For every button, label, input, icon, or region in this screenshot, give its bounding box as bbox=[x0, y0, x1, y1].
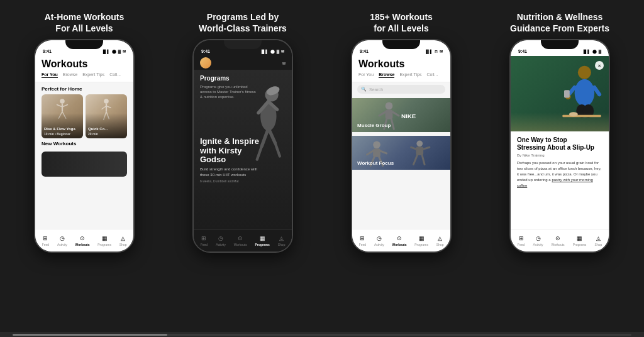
tab-for-you-1[interactable]: For You bbox=[42, 72, 58, 78]
feed-icon-4: ⊞ bbox=[518, 235, 525, 242]
tabs-row-3[interactable]: For You Browse Expert Tips Coll... bbox=[358, 72, 444, 78]
svg-line-32 bbox=[380, 151, 387, 153]
time-1: 9:41 bbox=[43, 49, 52, 53]
nav-programs-3[interactable]: ▦ Programs bbox=[414, 235, 428, 246]
phone4-notch bbox=[541, 40, 579, 49]
nav-feed-4[interactable]: ⊞ Feed bbox=[518, 235, 525, 246]
tab-browse-1[interactable]: Browse bbox=[63, 72, 77, 78]
table-bg bbox=[511, 113, 609, 131]
scrollbar-container[interactable] bbox=[0, 332, 644, 337]
mail-icon-2: ✉ bbox=[281, 49, 284, 53]
svg-line-44 bbox=[594, 87, 599, 94]
mail-icon-3: ✉ bbox=[440, 49, 443, 53]
section2-title: Programs Led by World-Class Trainers bbox=[199, 11, 287, 34]
scrollbar-thumb[interactable] bbox=[13, 334, 167, 336]
phone2-notch bbox=[224, 40, 262, 49]
workout-grid-1: Rise & Flow Yoga 10 min • Beginner bbox=[35, 94, 133, 138]
activity-icon-1: ◷ bbox=[58, 235, 66, 242]
svg-line-38 bbox=[411, 147, 416, 149]
nav-feed-2[interactable]: ⊞ Feed bbox=[200, 235, 208, 246]
search-bar-3[interactable]: 🔍 Search bbox=[357, 85, 445, 94]
wifi-icon-2: ⬤ bbox=[270, 49, 275, 53]
phone1-screen: 9:41 ▐▌▌ ⬤ ▓ ✉ Workouts For You Browse E… bbox=[35, 40, 133, 251]
feed-icon-3: ⊞ bbox=[358, 235, 366, 242]
tab-coll-3[interactable]: Coll... bbox=[426, 72, 438, 78]
article-body: Perhaps you passed on your usual grain b… bbox=[517, 160, 602, 189]
tab-expert-1[interactable]: Expert Tips bbox=[82, 72, 104, 78]
status-icons-2: ▐▌▌ ⬤ ▓ ✉ bbox=[260, 49, 284, 53]
phone4-screen: 9:41 ▐▌▌ ⬤ ▓ × bbox=[511, 40, 609, 251]
svg-line-11 bbox=[106, 112, 109, 119]
phone1-notch bbox=[65, 40, 103, 49]
status-icons-3: ▐▌▌ ⊓ ✉ bbox=[425, 49, 443, 53]
nav-shop-3[interactable]: ◬ Shop bbox=[436, 235, 444, 246]
workouts-title-3: Workouts bbox=[358, 58, 444, 70]
shop-icon-4: ◬ bbox=[594, 235, 602, 242]
svg-text:NIKE: NIKE bbox=[401, 113, 416, 119]
search-icon-3: 🔍 bbox=[361, 87, 367, 92]
nav-feed-3[interactable]: ⊞ Feed bbox=[358, 235, 366, 246]
nav-shop-1[interactable]: ◬ Shop bbox=[119, 235, 127, 246]
nav-workouts-4[interactable]: ⊙ Workouts bbox=[552, 235, 565, 246]
avatar-2 bbox=[200, 57, 211, 69]
workouts-title-1: Workouts bbox=[42, 58, 127, 70]
programs-icon-4: ▦ bbox=[575, 235, 583, 242]
battery-icon-4: ▓ bbox=[599, 50, 601, 53]
nav-programs-2[interactable]: ▦ Programs bbox=[255, 235, 270, 246]
tab-for-you-3[interactable]: For You bbox=[358, 72, 374, 78]
athlete-figure bbox=[238, 82, 292, 177]
section-browse: 185+ Workouts for All Levels 9:41 ▐▌▌ ⊓ … bbox=[325, 11, 478, 326]
nav-activity-2[interactable]: ◷ Activity bbox=[216, 235, 226, 246]
svg-line-4 bbox=[58, 112, 62, 119]
app-container: At-Home Workouts For All Levels 9:41 ▐▌▌… bbox=[0, 0, 644, 337]
quick-card[interactable]: Quick Co... 20 min bbox=[86, 94, 127, 138]
nav-feed-1[interactable]: ⊞ Feed bbox=[42, 235, 49, 246]
activity-icon-2: ◷ bbox=[217, 235, 225, 242]
new-workouts-card[interactable] bbox=[42, 152, 127, 177]
phone3-screen: 9:41 ▐▌▌ ⊓ ✉ Workouts For You Browse Exp… bbox=[352, 40, 450, 251]
yoga-card[interactable]: Rise & Flow Yoga 10 min • Beginner bbox=[42, 94, 83, 138]
nav-activity-4[interactable]: ◷ Activity bbox=[533, 235, 543, 246]
wifi-icon-4: ⬤ bbox=[592, 49, 597, 53]
yoga-card-label: Rise & Flow Yoga 10 min • Beginner bbox=[44, 127, 80, 136]
svg-line-17 bbox=[269, 128, 275, 143]
nav-workouts-3[interactable]: ⊙ Workouts bbox=[392, 235, 407, 246]
nav-shop-2[interactable]: ◬ Shop bbox=[278, 235, 286, 246]
screen3-header: Workouts For You Browse Expert Tips Coll… bbox=[352, 56, 450, 82]
time-4: 9:41 bbox=[518, 49, 527, 53]
nav-activity-3[interactable]: ◷ Activity bbox=[374, 235, 384, 246]
status-icons-4: ▐▌▌ ⬤ ▓ bbox=[582, 49, 601, 53]
signal-icon-1: ▐▌▌ bbox=[102, 50, 110, 53]
workout-focus-category[interactable]: Workout Focus bbox=[352, 136, 450, 170]
svg-line-37 bbox=[423, 147, 430, 149]
workout-focus-bg: Workout Focus bbox=[352, 136, 450, 170]
section1-title: At-Home Workouts For All Levels bbox=[45, 11, 125, 34]
svg-line-39 bbox=[414, 155, 418, 165]
workout-focus-label: Workout Focus bbox=[357, 160, 394, 166]
tab-coll-1[interactable]: Coll... bbox=[109, 72, 121, 78]
feed-icon-1: ⊞ bbox=[42, 235, 49, 242]
nav-programs-1[interactable]: ▦ Programs bbox=[97, 235, 111, 246]
nav-workouts-1[interactable]: ⊙ Workouts bbox=[75, 235, 90, 246]
muscle-group-category[interactable]: NIKE Muscle Group bbox=[352, 98, 450, 132]
battery-icon-1: ▓ bbox=[118, 50, 121, 53]
nav-shop-4[interactable]: ◬ Shop bbox=[594, 235, 602, 246]
phone1-frame: 9:41 ▐▌▌ ⬤ ▓ ✉ Workouts For You Browse E… bbox=[34, 39, 135, 253]
program-header: Programs bbox=[200, 75, 286, 82]
perfect-home-label: Perfect for Home bbox=[35, 82, 133, 94]
phone3-frame: 9:41 ▐▌▌ ⊓ ✉ Workouts For You Browse Exp… bbox=[351, 39, 452, 253]
phone2-screen: 9:41 ▐▌▌ ⬤ ▓ ✉ ✉ Programs Programs bbox=[194, 40, 292, 251]
time-2: 9:41 bbox=[201, 49, 210, 53]
scrollbar-track bbox=[13, 334, 631, 336]
section3-title: 185+ Workouts for All Levels bbox=[370, 11, 433, 34]
bottom-nav-1: ⊞ Feed ◷ Activity ⊙ Workouts ▦ Programs bbox=[35, 229, 133, 251]
nav-activity-1[interactable]: ◷ Activity bbox=[57, 235, 67, 246]
tab-expert-3[interactable]: Expert Tips bbox=[399, 72, 421, 78]
svg-line-5 bbox=[62, 112, 66, 119]
tab-browse-3[interactable]: Browse bbox=[379, 72, 394, 78]
nav-workouts-2[interactable]: ⊙ Workouts bbox=[234, 235, 247, 246]
activity-icon-3: ◷ bbox=[375, 235, 383, 242]
bottom-nav-4: ⊞ Feed ◷ Activity ⊙ Workouts ▦ Programs bbox=[511, 229, 609, 251]
nav-programs-4[interactable]: ▦ Programs bbox=[573, 235, 587, 246]
tabs-row-1[interactable]: For You Browse Expert Tips Coll... bbox=[42, 72, 127, 78]
